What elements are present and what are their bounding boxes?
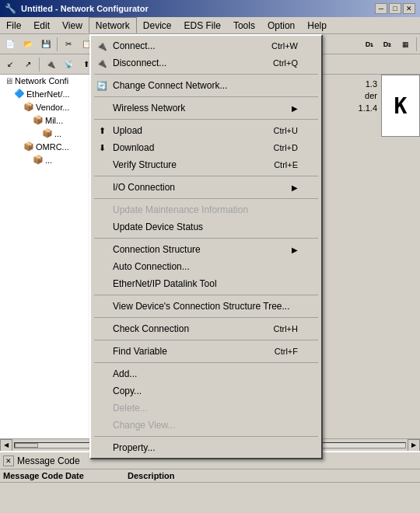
tree-item-label: OMRC...: [36, 142, 69, 152]
toolbar-right-3[interactable]: ▦: [397, 36, 414, 53]
dropdown-separator: [94, 238, 318, 239]
menu-item-file[interactable]: File: [0, 17, 27, 33]
dropdown-item-copy[interactable]: Copy...: [91, 382, 321, 400]
tree-node-icon: 📦: [23, 102, 34, 112]
toolbar2-btn-4[interactable]: 📡: [60, 56, 77, 73]
dropdown-item-disconnect[interactable]: 🔌Disconnect...Ctrl+Q: [91, 54, 321, 72]
status-col-1: Message Code: [3, 471, 65, 480]
dropdown-submenu-arrow: ▶: [292, 183, 298, 192]
tree-node-icon: 📦: [33, 155, 44, 165]
tree-item[interactable]: 📦Vendor...: [0, 100, 100, 113]
dropdown-separator: [94, 317, 318, 318]
toolbar-sep-4: [416, 37, 417, 51]
dropdown-separator: [94, 74, 318, 75]
toolbar-right-1[interactable]: D₁: [361, 36, 378, 53]
dropdown-item-icon: 🔄: [96, 79, 108, 92]
menu-item-network[interactable]: Network: [89, 17, 137, 33]
dropdown-submenu-arrow: ▶: [292, 104, 298, 113]
toolbar-cut[interactable]: ✂: [60, 36, 77, 53]
tree-item[interactable]: 🖥Network Confi: [0, 75, 100, 87]
dropdown-item-label: Add...: [113, 368, 298, 379]
toolbar2-btn-2[interactable]: ↗: [19, 56, 37, 73]
dropdown-shortcut: Ctrl+E: [274, 160, 298, 169]
info-line-3: 1.1.4: [359, 103, 377, 114]
menu-item-edit[interactable]: Edit: [27, 17, 56, 33]
toolbar2-sep-1: [39, 58, 40, 72]
dropdown-item-update-maint: Update Maintenance Information: [91, 201, 321, 218]
dropdown-item-label: Delete...: [113, 403, 298, 414]
dropdown-item-label: Find Variable: [113, 346, 251, 357]
dropdown-item-io-connection[interactable]: I/O Connection▶: [91, 179, 321, 196]
toolbar-open[interactable]: 📂: [19, 36, 37, 53]
dropdown-item-wireless[interactable]: Wireless Network▶: [91, 99, 321, 117]
tree-item-label: EtherNet/...: [26, 89, 70, 99]
maximize-button[interactable]: □: [389, 3, 401, 14]
dropdown-item-download[interactable]: ⬇DownloadCtrl+D: [91, 139, 321, 156]
tree-item[interactable]: 📦OMRC...: [0, 140, 100, 153]
dropdown-shortcut: Ctrl+Q: [273, 58, 298, 68]
dropdown-item-view-device-tree[interactable]: View Device's Connection Structure Tree.…: [91, 298, 321, 315]
status-col-3: Description: [128, 471, 417, 480]
toolbar-save[interactable]: 💾: [37, 36, 54, 53]
toolbar-right-2[interactable]: D₂: [379, 36, 396, 53]
k-display: K: [381, 75, 420, 137]
dropdown-item-label: Update Maintenance Information: [113, 204, 298, 215]
scroll-right-btn[interactable]: ▶: [408, 439, 420, 452]
menu-item-eds-file[interactable]: EDS File: [178, 17, 227, 33]
tree-item[interactable]: 🔷EtherNet/...: [0, 87, 100, 100]
dropdown-item-upload[interactable]: ⬆UploadCtrl+U: [91, 122, 321, 139]
status-close-button[interactable]: ✕: [3, 455, 14, 466]
dropdown-item-icon: 🔌: [96, 57, 108, 69]
status-bar: ✕ Message Code Message Code Date Descrip…: [0, 451, 420, 513]
dropdown-shortcut: Ctrl+W: [271, 41, 298, 51]
dropdown-shortcut: Ctrl+F: [275, 347, 298, 356]
dropdown-overlay: 🔌Connect...Ctrl+W🔌Disconnect...Ctrl+Q🔄Ch…: [89, 34, 323, 459]
dropdown-item-conn-structure[interactable]: Connection Structure▶: [91, 241, 321, 258]
dropdown-submenu-arrow: ▶: [292, 246, 298, 254]
dropdown-item-label: Download: [113, 142, 250, 153]
menu-item-option[interactable]: Option: [261, 17, 301, 33]
tree-item[interactable]: 📦...: [0, 153, 100, 166]
dropdown-item-icon: 🔌: [96, 40, 108, 52]
scroll-thumb[interactable]: [15, 443, 38, 448]
menu-item-tools[interactable]: Tools: [227, 17, 261, 33]
dropdown-item-label: View Device's Connection Structure Tree.…: [113, 301, 298, 312]
dropdown-separator: [94, 362, 318, 363]
dropdown-item-property[interactable]: Property...: [91, 439, 321, 456]
dropdown-item-ethip-datalink[interactable]: EtherNet/IP Datalink Tool: [91, 275, 321, 292]
toolbar-new[interactable]: 📄: [2, 36, 19, 53]
status-table-header: Message Code Date Description: [0, 469, 420, 483]
close-button[interactable]: ✕: [403, 3, 415, 14]
menu-item-device[interactable]: Device: [137, 17, 178, 33]
status-title: Message Code: [17, 455, 80, 466]
minimize-button[interactable]: ─: [375, 3, 387, 14]
toolbar2-btn-3[interactable]: 🔌: [42, 56, 59, 73]
tree-item-label: ...: [45, 155, 52, 165]
toolbar2-btn-1[interactable]: ↙: [2, 56, 19, 73]
dropdown-item-find-var[interactable]: Find VariableCtrl+F: [91, 343, 321, 360]
dropdown-item-verify[interactable]: Verify StructureCtrl+E: [91, 156, 321, 173]
dropdown-item-label: EtherNet/IP Datalink Tool: [113, 278, 298, 289]
menu-item-help[interactable]: Help: [301, 17, 333, 33]
dropdown-item-update-device[interactable]: Update Device Status: [91, 218, 321, 236]
dropdown-item-change-connect[interactable]: 🔄Change Connect Network...: [91, 77, 321, 94]
window-controls: ─ □ ✕: [375, 3, 415, 14]
tree-item[interactable]: 📦...: [0, 127, 100, 140]
dropdown-item-label: Wireless Network: [113, 103, 284, 113]
dropdown-item-check-conn[interactable]: Check ConnectionCtrl+H: [91, 320, 321, 337]
dropdown-item-connect[interactable]: 🔌Connect...Ctrl+W: [91, 37, 321, 54]
tree-item[interactable]: 📦Mil...: [0, 113, 100, 127]
tree-node-icon: 🔷: [14, 89, 25, 99]
scroll-left-btn[interactable]: ◀: [0, 439, 12, 452]
dropdown-item-label: Verify Structure: [113, 159, 250, 170]
dropdown-separator: [94, 176, 318, 176]
dropdown-item-add[interactable]: Add...: [91, 365, 321, 382]
dropdown-item-auto-conn[interactable]: Auto Connection...: [91, 258, 321, 275]
dropdown-separator: [94, 96, 318, 97]
network-dropdown-menu: 🔌Connect...Ctrl+W🔌Disconnect...Ctrl+Q🔄Ch…: [89, 34, 323, 459]
menu-item-view[interactable]: View: [56, 17, 89, 33]
dropdown-item-label: Auto Connection...: [113, 261, 298, 272]
tree-item-label: ...: [54, 129, 61, 138]
dropdown-separator: [94, 295, 318, 295]
dropdown-item-label: Change View...: [113, 420, 298, 431]
